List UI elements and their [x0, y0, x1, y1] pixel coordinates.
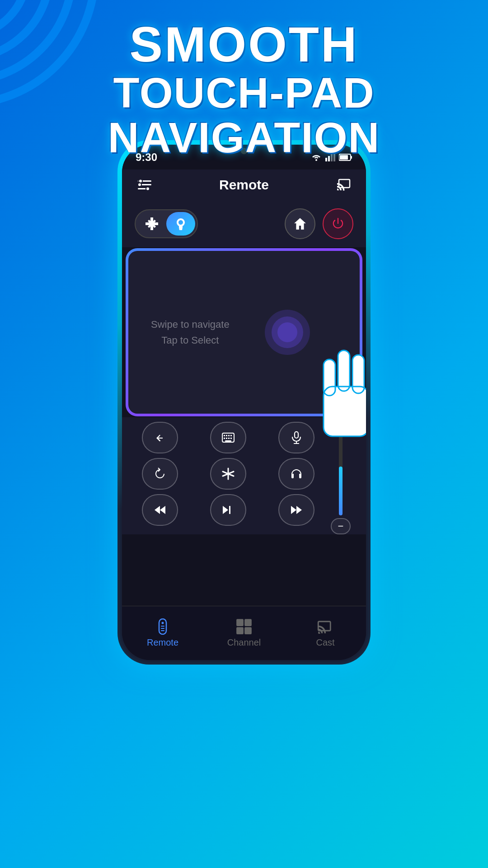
- home-icon: [293, 217, 307, 231]
- hand-cursor-icon: [296, 341, 366, 459]
- fastforward-button[interactable]: [278, 494, 314, 526]
- svg-rect-56: [161, 626, 164, 627]
- svg-rect-59: [236, 619, 244, 626]
- phone-outer-shell: 9:30: [117, 140, 371, 665]
- control-row-3: [128, 494, 328, 526]
- svg-rect-39: [225, 440, 231, 442]
- ripple-inner: [277, 322, 297, 342]
- touchpad-hint-container: Swipe to navigate Tap to Select: [151, 316, 230, 348]
- svg-rect-38: [230, 438, 232, 439]
- svg-point-19: [150, 222, 154, 226]
- svg-rect-47: [299, 475, 301, 478]
- rewind-button[interactable]: [142, 494, 178, 526]
- phone-mockup: 9:30: [117, 140, 371, 665]
- svg-marker-52: [291, 506, 296, 514]
- svg-rect-35: [224, 438, 225, 439]
- phone-screen: 9:30: [122, 145, 366, 660]
- home-button[interactable]: [285, 208, 315, 239]
- cast-button[interactable]: [333, 175, 353, 195]
- svg-marker-49: [160, 506, 165, 514]
- svg-rect-31: [224, 435, 225, 436]
- touch-mode-button[interactable]: [166, 212, 195, 236]
- svg-rect-58: [161, 630, 164, 631]
- svg-rect-32: [226, 435, 227, 436]
- remote-nav-icon: [155, 618, 171, 635]
- volume-fill: [339, 467, 343, 515]
- svg-rect-18: [339, 179, 350, 188]
- channel-nav-icon: [236, 618, 252, 635]
- svg-marker-48: [155, 506, 160, 514]
- app-header: Remote: [122, 170, 366, 200]
- svg-point-16: [138, 183, 141, 187]
- asterisk-button[interactable]: [210, 458, 246, 490]
- svg-rect-60: [244, 619, 252, 626]
- svg-rect-51: [229, 506, 230, 514]
- asterisk-icon: [222, 467, 235, 480]
- nav-channel-label: Channel: [227, 637, 261, 648]
- mode-toggle: [135, 209, 198, 238]
- keyboard-button[interactable]: [210, 422, 246, 453]
- svg-rect-62: [244, 627, 252, 634]
- cast-icon: [336, 179, 351, 191]
- touchpad-wrapper: Swipe to navigate Tap to Select: [128, 251, 360, 414]
- fastforward-icon: [290, 504, 303, 516]
- touch-icon: [174, 217, 187, 230]
- nav-remote-label: Remote: [147, 637, 178, 648]
- nav-channel[interactable]: Channel: [203, 618, 285, 648]
- touchpad-hint: Swipe to navigate Tap to Select: [151, 316, 230, 348]
- volume-minus-button[interactable]: −: [331, 518, 351, 534]
- svg-marker-50: [223, 506, 228, 514]
- replay-icon: [154, 467, 166, 480]
- control-row-2: [128, 458, 328, 490]
- dpad-mode-button[interactable]: [137, 212, 166, 236]
- svg-rect-13: [141, 184, 151, 185]
- back-icon: [154, 431, 166, 444]
- svg-rect-22: [338, 350, 350, 391]
- settings-button[interactable]: [135, 175, 155, 195]
- headline-line1: SMOOTH: [0, 18, 488, 71]
- svg-marker-53: [296, 506, 302, 514]
- app-title: Remote: [155, 177, 333, 193]
- hand-svg: [296, 341, 366, 450]
- rewind-icon: [154, 504, 166, 516]
- controls-row: [122, 200, 366, 247]
- svg-rect-33: [228, 435, 230, 436]
- next-icon: [222, 504, 235, 516]
- svg-rect-61: [236, 627, 244, 634]
- power-button[interactable]: [323, 208, 353, 239]
- nav-cast[interactable]: Cast: [285, 618, 366, 648]
- dpad-icon: [145, 217, 158, 230]
- svg-rect-36: [226, 438, 227, 439]
- power-icon: [331, 217, 345, 231]
- back-button[interactable]: [142, 422, 178, 453]
- header-section: SMOOTH TOUCH-PAD NAVIGATION: [0, 18, 488, 160]
- headline-line2: TOUCH-PAD NAVIGATION: [0, 71, 488, 161]
- svg-point-17: [146, 187, 150, 191]
- svg-rect-46: [291, 475, 294, 478]
- next-button[interactable]: [210, 494, 246, 526]
- svg-rect-14: [138, 188, 146, 189]
- keyboard-icon: [222, 431, 235, 444]
- bottom-navigation: Remote Channel: [122, 606, 366, 660]
- svg-point-15: [139, 179, 142, 183]
- cast-nav-icon: [317, 618, 333, 635]
- equalizer-icon: [138, 179, 151, 191]
- headphone-button[interactable]: [278, 458, 314, 490]
- nav-cast-label: Cast: [316, 637, 334, 648]
- svg-rect-57: [161, 628, 164, 629]
- svg-rect-34: [230, 435, 232, 436]
- headphone-icon: [290, 467, 303, 480]
- svg-point-55: [162, 622, 164, 624]
- replay-button[interactable]: [142, 458, 178, 490]
- right-controls: [285, 208, 353, 239]
- nav-remote[interactable]: Remote: [122, 618, 203, 648]
- svg-rect-37: [228, 438, 230, 439]
